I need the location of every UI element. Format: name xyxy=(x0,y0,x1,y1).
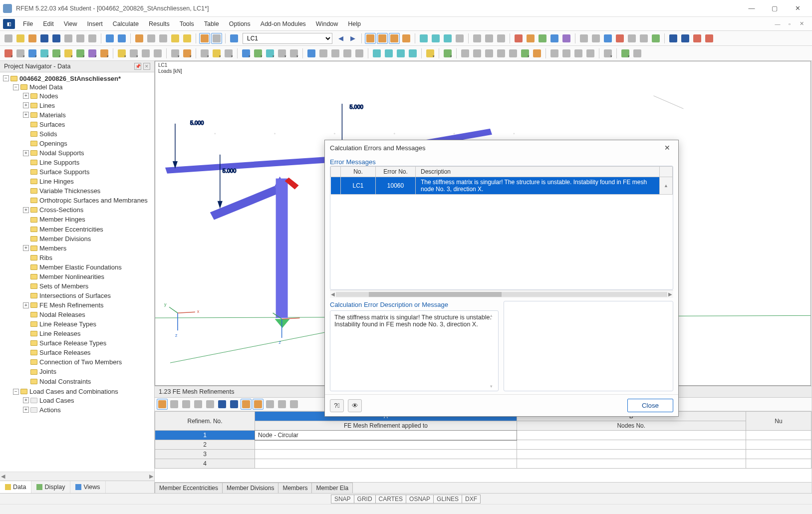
tb2-dim[interactable] xyxy=(128,48,139,59)
td-b11[interactable] xyxy=(276,399,287,410)
tb-module-2[interactable] xyxy=(525,33,536,44)
tree-item[interactable]: Variable Thicknesses xyxy=(39,187,100,195)
tb-mode-4[interactable] xyxy=(401,33,412,44)
tb-undo[interactable] xyxy=(104,33,115,44)
minimize-button[interactable]: — xyxy=(740,0,763,17)
tb2-c2[interactable] xyxy=(253,48,264,59)
tree-item[interactable]: Member Eccentricities xyxy=(39,226,103,233)
tb2-u1[interactable] xyxy=(549,48,560,59)
tb2-b1[interactable] xyxy=(199,48,210,59)
tb2-zoom2[interactable] xyxy=(318,48,329,59)
expand-icon[interactable]: − xyxy=(13,389,19,395)
status-osnap[interactable]: OSNAP xyxy=(406,495,434,504)
tree-item[interactable]: Nodal Supports xyxy=(39,149,84,157)
td-b8[interactable] xyxy=(241,399,252,410)
tree-item[interactable]: FE Mesh Refinements xyxy=(39,301,104,309)
menu-results[interactable]: Results xyxy=(144,19,175,29)
tb2-v4[interactable] xyxy=(407,48,418,59)
tb2-spring[interactable] xyxy=(99,48,110,59)
menu-calculate[interactable]: Calculate xyxy=(108,19,144,29)
expand-icon[interactable]: − xyxy=(13,84,19,90)
tb-navigator[interactable] xyxy=(199,33,210,44)
tb-module-5[interactable] xyxy=(561,33,572,44)
tb2-zoom1[interactable] xyxy=(306,48,317,59)
td-b5[interactable] xyxy=(205,399,216,410)
tb2-node[interactable] xyxy=(3,48,14,59)
tree-item[interactable]: Members xyxy=(39,245,66,252)
tree-item[interactable]: Surfaces xyxy=(39,121,65,128)
tb2-flag[interactable] xyxy=(116,48,127,59)
tb2-w1[interactable] xyxy=(602,48,613,59)
tb2-hinge[interactable] xyxy=(87,48,98,59)
tb-table[interactable] xyxy=(211,33,222,44)
tree-item[interactable]: Line Supports xyxy=(39,159,79,166)
tree-item[interactable]: Connection of Two Members xyxy=(39,358,122,366)
tb2-u2[interactable] xyxy=(561,48,572,59)
tree-item[interactable]: Nodal Releases xyxy=(39,311,85,318)
tb2-e2[interactable] xyxy=(632,48,643,59)
td-b10[interactable] xyxy=(265,399,275,410)
tb2-t3[interactable] xyxy=(484,48,495,59)
tb-zoom[interactable] xyxy=(146,33,157,44)
td-b7[interactable] xyxy=(229,399,240,410)
menu-view[interactable]: View xyxy=(59,19,82,29)
expand-icon[interactable]: + xyxy=(23,407,29,413)
tb-calc-2[interactable] xyxy=(430,33,441,44)
tb2-surface[interactable] xyxy=(39,48,50,59)
tb2-zoom5[interactable] xyxy=(354,48,365,59)
menu-options[interactable]: Options xyxy=(224,19,256,29)
tb-check-6[interactable] xyxy=(638,33,649,44)
tb-check-2[interactable] xyxy=(590,33,601,44)
dlg-help-button[interactable]: ?⃝ xyxy=(330,399,344,412)
tb2-t4[interactable] xyxy=(496,48,507,59)
tree-item[interactable]: Sets of Members xyxy=(39,282,88,290)
td-b1[interactable] xyxy=(157,399,168,410)
tb2-t7[interactable] xyxy=(532,48,542,59)
tb2-c3[interactable] xyxy=(265,48,275,59)
tb2-cube[interactable] xyxy=(170,48,181,59)
tb2-s1[interactable] xyxy=(442,48,453,59)
tb2-grid[interactable] xyxy=(140,48,151,59)
tb-module-4[interactable] xyxy=(549,33,560,44)
tree-root[interactable]: 004662_200826_StAnschliessen* xyxy=(19,75,121,82)
tree-item[interactable]: Cross-Sections xyxy=(39,206,83,214)
tree-item[interactable]: Intersections of Surfaces xyxy=(39,292,111,299)
status-glines[interactable]: GLINES xyxy=(433,495,462,504)
tree-item[interactable]: Materials xyxy=(39,111,66,119)
tree-item[interactable]: Member Hinges xyxy=(39,216,85,224)
tb2-opening[interactable] xyxy=(63,48,74,59)
maximize-button[interactable]: ▢ xyxy=(763,0,786,17)
navtab-data[interactable]: Data xyxy=(0,481,31,493)
expand-icon[interactable]: + xyxy=(23,207,29,213)
tree-item[interactable]: Line Hinges xyxy=(39,178,74,185)
menu-file[interactable]: File xyxy=(18,19,38,29)
navtab-display[interactable]: Display xyxy=(31,481,70,493)
tree-item[interactable]: Surface Releases xyxy=(39,349,91,356)
tb-check-1[interactable] xyxy=(578,33,589,44)
tb2-v3[interactable] xyxy=(395,48,406,59)
tree-item[interactable]: Member Elastic Foundations xyxy=(39,263,122,271)
tb-proj[interactable] xyxy=(170,33,181,44)
tb-check-4[interactable] xyxy=(614,33,625,44)
table-dock-grid[interactable]: Refinem. No. A B Nu FE Mesh Refinement a… xyxy=(155,411,812,469)
tb-new[interactable] xyxy=(3,33,14,44)
dialog-close-icon[interactable]: ✕ xyxy=(661,144,673,152)
td-b4[interactable] xyxy=(193,399,204,410)
tree-item[interactable]: Openings xyxy=(39,140,67,147)
tb-check-3[interactable] xyxy=(602,33,613,44)
expand-icon[interactable]: + xyxy=(23,397,29,403)
tb-open[interactable] xyxy=(15,33,26,44)
tb2-support[interactable] xyxy=(75,48,86,59)
tb2-e1[interactable] xyxy=(620,48,631,59)
tb-mode-3[interactable] xyxy=(389,33,400,44)
tree-item[interactable]: Nodes xyxy=(39,92,58,100)
navigator-tree[interactable]: −004662_200826_StAnschliessen* −Model Da… xyxy=(0,72,154,472)
tb-module-3[interactable] xyxy=(537,33,548,44)
tb2-r1[interactable] xyxy=(425,48,436,59)
loadcase-selector[interactable]: LC1 xyxy=(243,33,332,44)
error-table[interactable]: No. Error No. Description LC1 10060 The … xyxy=(330,166,673,195)
close-button[interactable]: ✕ xyxy=(786,0,809,17)
tree-item[interactable]: Surface Supports xyxy=(39,168,89,176)
dlg-hscroll[interactable]: ◀▶ xyxy=(330,290,673,298)
expand-icon[interactable]: − xyxy=(3,75,9,81)
